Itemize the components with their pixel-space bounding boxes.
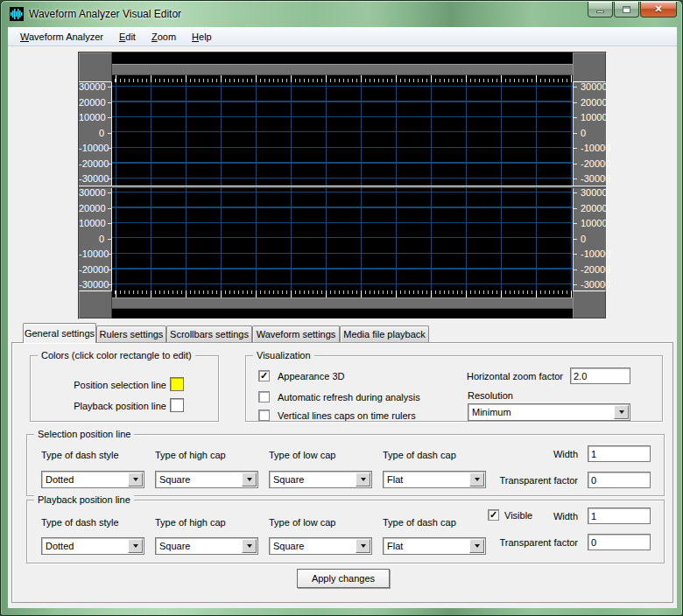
playback-transparent-input[interactable]: [588, 534, 651, 550]
time-ruler-bottom: [112, 290, 573, 298]
colors-group-title: Colors (click color rectangle to edit): [38, 350, 195, 361]
tab-rulers-settings[interactable]: Rulers settings: [96, 326, 166, 343]
playback-high-cap-combo[interactable]: Square: [155, 537, 258, 555]
playback-width-input[interactable]: [588, 508, 651, 524]
tab-general-settings[interactable]: General settings: [23, 323, 96, 343]
low-cap-label: Type of low cap: [269, 516, 335, 528]
minimize-icon: [596, 10, 604, 13]
maximize-icon: [623, 6, 630, 13]
ruler-corner-top-right: [573, 52, 606, 82]
playback-dash-style-combo[interactable]: Dotted: [41, 537, 144, 555]
selection-transparent-input[interactable]: [588, 472, 651, 488]
dash-style-label: Type of dash style: [41, 449, 119, 461]
playback-transparent-label: Transparent factor: [412, 536, 578, 549]
amplitude-ruler-ch2-right: 3000020000100000-10000-20000-30000: [573, 188, 606, 290]
ruler-corner-top-left: [79, 52, 112, 82]
visualization-group: Visualization ✓ Appearance 3D ✓ Automati…: [245, 355, 663, 422]
client-area: Waveform Analyzer Edit Zoom Help 3000020…: [8, 27, 677, 608]
position-selection-color-swatch[interactable]: [170, 377, 184, 391]
selection-high-cap-combo[interactable]: Square: [155, 471, 258, 488]
titlebar[interactable]: Waveform Analyzer Visual Editor ✕: [1, 1, 682, 27]
horizontal-scrollbar-top[interactable]: [112, 64, 573, 75]
window-title: Waveform Analyzer Visual Editor: [29, 8, 181, 20]
high-cap-label: Type of high cap: [155, 516, 226, 528]
resolution-label: Resolution: [468, 389, 513, 402]
selection-low-cap-combo[interactable]: Square: [269, 471, 372, 488]
resolution-combo[interactable]: Minimum: [468, 403, 630, 421]
dash-cap-label: Type of dash cap: [383, 516, 456, 528]
chevron-down-icon[interactable]: [242, 472, 257, 486]
playback-position-color-swatch[interactable]: [170, 398, 184, 412]
playback-visible-label: Visible: [504, 509, 532, 522]
dash-style-label: Type of dash style: [41, 516, 119, 528]
tab-media-file-playback[interactable]: Media file playback: [340, 326, 429, 343]
colors-group: Colors (click color rectangle to edit) P…: [30, 355, 219, 422]
chevron-down-icon[interactable]: [242, 539, 257, 553]
check-icon: ✓: [260, 371, 269, 381]
vertical-caps-checkbox[interactable]: ✓: [258, 410, 270, 421]
top-spacer-bar: [112, 52, 573, 64]
menubar: Waveform Analyzer Edit Zoom Help: [8, 27, 677, 46]
waveform-plot-channel2[interactable]: [112, 188, 573, 290]
horizontal-zoom-input[interactable]: [570, 368, 630, 384]
selection-transparent-label: Transparent factor: [412, 474, 578, 486]
vertical-caps-label: Vertical lines caps on time rulers: [278, 410, 416, 422]
amplitude-ruler-ch1-right: 3000020000100000-10000-20000-30000: [573, 82, 606, 186]
chevron-down-icon[interactable]: [128, 472, 143, 486]
dash-cap-label: Type of dash cap: [383, 449, 456, 461]
time-ruler-top: [112, 75, 573, 82]
tab-scrollbars-settings[interactable]: Scrollbars settings: [166, 326, 252, 343]
chevron-down-icon[interactable]: [128, 539, 143, 553]
menu-waveform-analyzer[interactable]: Waveform Analyzer: [12, 29, 111, 45]
close-icon: ✕: [654, 4, 662, 15]
general-settings-page: Colors (click color rectangle to edit) P…: [11, 342, 673, 603]
apply-changes-button[interactable]: Apply changes: [297, 569, 390, 588]
window-controls: ✕: [587, 2, 677, 18]
horizontal-zoom-label: Horizontal zoom factor: [423, 370, 563, 382]
menu-zoom[interactable]: Zoom: [144, 29, 184, 45]
amplitude-ruler-ch1-left: 3000020000100000-10000-20000-30000: [79, 82, 112, 186]
selection-dash-style-combo[interactable]: Dotted: [41, 471, 144, 488]
appearance-3d-checkbox[interactable]: ✓: [258, 370, 270, 382]
menu-edit[interactable]: Edit: [111, 29, 144, 45]
playback-width-label: Width: [544, 510, 578, 522]
close-button[interactable]: ✕: [640, 2, 677, 18]
playback-group-title: Playback position line: [34, 494, 134, 506]
position-selection-line-label: Position selection line: [31, 379, 166, 391]
chevron-down-icon[interactable]: [356, 539, 370, 553]
playback-visible-checkbox[interactable]: ✓: [488, 509, 499, 521]
app-icon: [10, 7, 24, 21]
low-cap-label: Type of low cap: [269, 449, 335, 461]
selection-width-label: Width: [500, 448, 578, 460]
playback-position-line-group: Playback position line Type of dash styl…: [26, 500, 665, 564]
menu-help[interactable]: Help: [184, 29, 220, 45]
minimize-button[interactable]: [588, 2, 613, 18]
maximize-button[interactable]: [614, 2, 639, 18]
selection-group-title: Selection position line: [34, 429, 134, 440]
chevron-down-icon[interactable]: [356, 472, 370, 486]
selection-width-input[interactable]: [588, 445, 651, 462]
playback-low-cap-combo[interactable]: Square: [269, 537, 372, 555]
chevron-down-icon[interactable]: [614, 405, 629, 419]
auto-refresh-checkbox[interactable]: ✓: [258, 391, 270, 402]
horizontal-scrollbar-bottom[interactable]: [112, 298, 573, 309]
playback-position-line-label: Playback position line: [31, 400, 166, 412]
appearance-3d-label: Appearance 3D: [278, 370, 344, 382]
high-cap-label: Type of high cap: [155, 449, 226, 461]
waveform-panel: 3000020000100000-10000-20000-30000 30000…: [78, 52, 607, 319]
tab-waveform-settings[interactable]: Waveform settings: [252, 326, 340, 343]
app-window: Waveform Analyzer Visual Editor ✕ Wavefo…: [0, 0, 683, 616]
amplitude-ruler-ch2-left: 3000020000100000-10000-20000-30000: [79, 188, 112, 290]
visualization-group-title: Visualization: [253, 350, 314, 361]
check-icon: ✓: [489, 510, 498, 520]
waveform-plot-channel1[interactable]: [112, 82, 573, 186]
auto-refresh-label: Automatic refresh during analysis: [278, 391, 420, 403]
ruler-corner-bottom-right: [573, 290, 606, 318]
bottom-spacer-bar: [112, 309, 573, 318]
selection-position-line-group: Selection position line Type of dash sty…: [26, 434, 665, 496]
ruler-corner-bottom-left: [79, 290, 112, 318]
